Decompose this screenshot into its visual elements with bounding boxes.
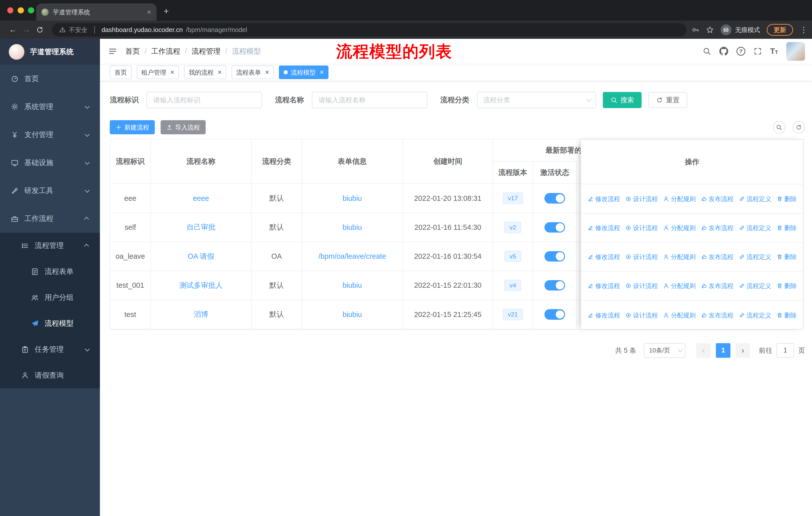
github-icon[interactable] xyxy=(719,47,728,56)
tag-my-process[interactable]: 我的流程× xyxy=(184,65,226,79)
sidebar-item-process-model[interactable]: 流程模型 xyxy=(0,311,100,336)
sidebar-item-task-management[interactable]: 任务管理 xyxy=(0,336,100,362)
modify-process-link[interactable]: 修改流程 xyxy=(587,282,620,290)
process-definition-link[interactable]: 流程定义 xyxy=(739,195,772,203)
assign-rule-link[interactable]: 分配规则 xyxy=(663,195,696,203)
design-process-link[interactable]: 设计流程 xyxy=(625,224,658,232)
sidebar-item-infrastructure[interactable]: 基础设施 xyxy=(0,149,100,177)
design-process-link[interactable]: 设计流程 xyxy=(625,253,658,261)
delete-link[interactable]: 删除 xyxy=(777,195,796,203)
fullscreen-icon[interactable] xyxy=(754,47,762,55)
modify-process-link[interactable]: 修改流程 xyxy=(587,253,620,261)
update-button[interactable]: 更新 xyxy=(767,24,793,36)
import-process-button[interactable]: 导入流程 xyxy=(161,120,206,134)
process-definition-link[interactable]: 流程定义 xyxy=(739,282,772,290)
window-zoom-button[interactable] xyxy=(28,7,34,13)
next-page-button[interactable]: › xyxy=(735,343,750,358)
modify-process-link[interactable]: 修改流程 xyxy=(587,195,620,203)
tag-tenant-management[interactable]: 租户管理× xyxy=(137,65,179,79)
key-icon[interactable] xyxy=(692,26,699,34)
sidebar-item-process-management[interactable]: 流程管理 xyxy=(0,233,100,259)
process-definition-link[interactable]: 流程定义 xyxy=(739,224,772,232)
toggle-search-button[interactable] xyxy=(773,121,785,133)
goto-page-input[interactable] xyxy=(777,343,794,358)
user-avatar[interactable] xyxy=(786,42,805,61)
page-1-button[interactable]: 1 xyxy=(716,343,730,358)
tag-process-model[interactable]: 流程模型× xyxy=(279,65,328,79)
form-info-link[interactable]: biubiu xyxy=(343,310,362,319)
process-name-link[interactable]: 滔博 xyxy=(194,310,208,318)
delete-link[interactable]: 删除 xyxy=(777,253,796,261)
font-size-icon[interactable]: TT xyxy=(770,47,778,56)
active-toggle[interactable] xyxy=(545,193,565,203)
process-definition-link[interactable]: 流程定义 xyxy=(739,253,772,261)
modify-process-link[interactable]: 修改流程 xyxy=(587,224,620,232)
process-name-link[interactable]: OA 请假 xyxy=(188,252,214,260)
publish-process-link[interactable]: 发布流程 xyxy=(701,224,734,232)
assign-rule-link[interactable]: 分配规则 xyxy=(663,224,696,232)
sidebar-logo[interactable]: 芋道管理系统 xyxy=(0,39,100,65)
breadcrumb-item[interactable]: 流程管理 xyxy=(192,46,221,56)
sidebar-item-system-management[interactable]: 系统管理 xyxy=(0,93,100,121)
publish-process-link[interactable]: 发布流程 xyxy=(701,195,734,203)
search-icon[interactable] xyxy=(703,47,711,55)
search-button[interactable]: 搜索 xyxy=(603,92,642,108)
sidebar-item-workflow[interactable]: 工作流程 xyxy=(0,205,100,233)
process-name-input[interactable] xyxy=(312,92,427,108)
new-tab-button[interactable]: + xyxy=(164,6,169,16)
window-minimize-button[interactable] xyxy=(18,7,24,13)
bookmark-star-icon[interactable] xyxy=(706,26,714,34)
hamburger-icon[interactable] xyxy=(100,47,125,56)
close-icon[interactable]: × xyxy=(218,69,222,76)
form-info-link[interactable]: /bpm/oa/leave/create xyxy=(318,252,386,260)
create-process-button[interactable]: 新建流程 xyxy=(110,120,155,134)
sidebar-item-dev-tools[interactable]: 研发工具 xyxy=(0,177,100,205)
active-toggle[interactable] xyxy=(545,309,565,320)
design-process-link[interactable]: 设计流程 xyxy=(625,195,658,203)
sidebar-item-home[interactable]: 首页 xyxy=(0,65,100,93)
forward-button[interactable]: → xyxy=(20,25,33,34)
prev-page-button[interactable]: ‹ xyxy=(696,343,711,358)
window-close-button[interactable] xyxy=(7,7,13,13)
sidebar-item-user-group[interactable]: 用户分组 xyxy=(0,285,100,311)
back-button[interactable]: ← xyxy=(6,25,20,34)
delete-link[interactable]: 删除 xyxy=(777,282,796,290)
design-process-link[interactable]: 设计流程 xyxy=(625,311,658,320)
delete-link[interactable]: 删除 xyxy=(777,224,796,232)
sidebar-item-process-form[interactable]: 流程表单 xyxy=(0,259,100,285)
design-process-link[interactable]: 设计流程 xyxy=(625,282,658,290)
process-name-link[interactable]: 自己审批 xyxy=(186,223,215,231)
page-size-select[interactable]: 10条/页 xyxy=(644,343,686,358)
browser-menu-icon[interactable]: ⋮ xyxy=(800,25,806,34)
reset-button[interactable]: 重置 xyxy=(648,92,687,108)
active-toggle[interactable] xyxy=(545,222,565,233)
publish-process-link[interactable]: 发布流程 xyxy=(701,311,734,320)
sidebar-item-leave-query[interactable]: 请假查询 xyxy=(0,362,100,388)
active-toggle[interactable] xyxy=(545,280,565,291)
reload-button[interactable] xyxy=(33,26,47,34)
publish-process-link[interactable]: 发布流程 xyxy=(701,282,734,290)
breadcrumb-item[interactable]: 工作流程 xyxy=(151,46,180,56)
form-info-link[interactable]: biubiu xyxy=(343,223,362,231)
process-key-input[interactable] xyxy=(146,92,262,108)
form-info-link[interactable]: biubiu xyxy=(343,194,362,202)
modify-process-link[interactable]: 修改流程 xyxy=(587,311,620,320)
help-icon[interactable]: ? xyxy=(736,47,745,56)
close-icon[interactable]: × xyxy=(170,69,174,76)
close-icon[interactable]: × xyxy=(320,69,324,76)
breadcrumb-item[interactable]: 首页 xyxy=(125,46,140,56)
tab-close-icon[interactable]: × xyxy=(147,8,151,17)
assign-rule-link[interactable]: 分配规则 xyxy=(663,253,696,261)
active-toggle[interactable] xyxy=(545,251,565,262)
sidebar-item-payment-management[interactable]: 支付管理 xyxy=(0,121,100,148)
assign-rule-link[interactable]: 分配规则 xyxy=(663,311,696,320)
delete-link[interactable]: 删除 xyxy=(777,311,796,320)
process-definition-link[interactable]: 流程定义 xyxy=(739,311,772,320)
category-select[interactable]: 流程分类 xyxy=(477,92,596,108)
close-icon[interactable]: × xyxy=(265,69,269,76)
refresh-table-button[interactable] xyxy=(793,121,805,133)
form-info-link[interactable]: biubiu xyxy=(343,281,362,289)
publish-process-link[interactable]: 发布流程 xyxy=(701,253,734,261)
process-name-link[interactable]: 测试多审批人 xyxy=(179,281,223,289)
process-name-link[interactable]: eeee xyxy=(193,194,209,202)
